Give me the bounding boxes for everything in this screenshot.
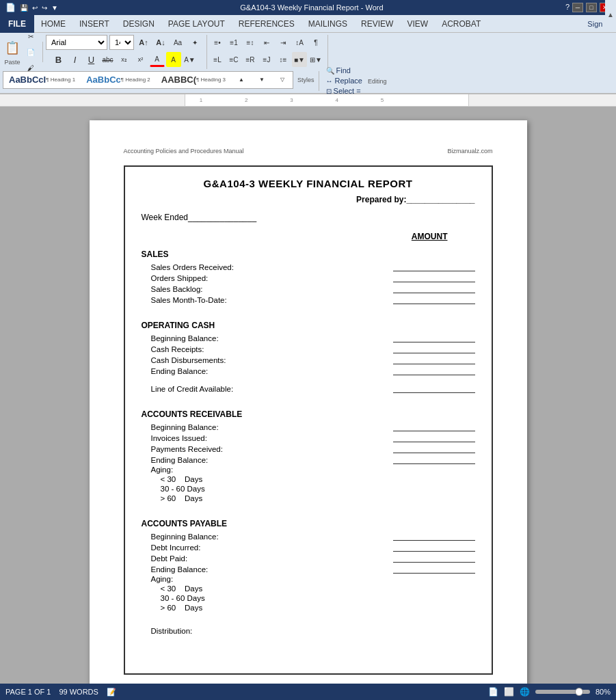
borders-button[interactable]: ⊞▼ [308,52,323,67]
copy-button[interactable]: 📄 [23,44,38,59]
line-debt-paid: Debt Paid: [142,553,475,563]
replace-button[interactable]: ↔ Replace [325,76,364,85]
font-name-select[interactable]: Arial [46,35,107,50]
line-ending-balance-ap: Ending Balance: [142,564,475,574]
window-controls: ? ─ □ ✕ [565,3,611,12]
styles-expand[interactable]: ▽ [275,72,290,88]
prepared-by: Prepared by:_______________ [142,195,475,204]
paste-label: Paste [4,59,20,66]
zoom-thumb [575,688,583,696]
quick-save-icon[interactable]: 💾 [20,4,28,12]
align-right-button[interactable]: ≡R [243,52,258,67]
line-beginning-balance-ap: Beginning Balance: [142,531,475,541]
sort-button[interactable]: ↕A [292,35,307,50]
line-spacing-button[interactable]: ↕≡ [276,52,291,67]
line-debt-incurred: Debt Incurred: [142,542,475,552]
change-case-button[interactable]: Aa [170,35,185,50]
restore-button[interactable]: □ [586,3,597,12]
font-group: Arial 14 A↑ A↓ Aa ✦ B I U abc x₂ x² A A … [46,35,207,69]
italic-button[interactable]: I [68,52,83,67]
menu-home[interactable]: HOME [34,15,72,33]
zoom-level: 80% [595,688,611,696]
aging-ap-label: Aging: [142,575,475,583]
view-fullscreen-icon[interactable]: ⬜ [504,687,514,697]
style-heading3[interactable]: AABBC( ¶ Heading 3 [159,72,228,88]
zoom-slider[interactable] [535,690,590,694]
shading-button[interactable]: ■▼ [292,52,307,67]
menu-page-layout[interactable]: PAGE LAYOUT [161,15,232,33]
language-icon[interactable]: 📝 [107,688,116,697]
paragraph-group: ≡• ≡1 ≡↕ ⇤ ⇥ ↕A ¶ ≡L ≡C ≡R ≡J ↕≡ ■▼ ⊞▼ [210,35,328,69]
find-button[interactable]: 🔍 Find [325,66,364,75]
style-heading1[interactable]: AaBbCcI ¶ Heading 1 [6,72,78,88]
menu-acrobat[interactable]: ACROBAT [435,15,487,33]
line-ending-balance-ar: Ending Balance: [142,455,475,464]
redo-icon[interactable]: ↪ [42,4,47,12]
view-print-icon[interactable]: 📄 [488,687,498,697]
line-ap-aging-over60: > 60 Days [142,604,475,612]
justify-button[interactable]: ≡J [259,52,274,67]
clear-format-button[interactable]: ✦ [187,35,202,50]
decrease-indent-button[interactable]: ⇤ [259,35,274,50]
customize-icon[interactable]: ▼ [51,4,58,12]
show-para-button[interactable]: ¶ [308,35,323,50]
collapse-ribbon-button[interactable]: ▲ [605,0,616,29]
menu-review[interactable]: REVIEW [354,15,400,33]
superscript-button[interactable]: x² [133,52,148,67]
page-area[interactable]: Accounting Policies and Procedures Manua… [0,107,616,700]
line-cash-receipts: Cash Receipts: [142,344,475,353]
align-left-button[interactable]: ≡L [210,52,225,67]
styles-label: Styles [295,77,314,83]
document-page: Accounting Policies and Procedures Manua… [90,120,527,700]
status-right: 📄 ⬜ 🌐 80% [488,687,611,697]
menu-insert[interactable]: INSERT [72,15,116,33]
search-icon: 🔍 [326,67,334,75]
amount-header: AMOUNT [142,232,475,241]
title-bar-left: 📄 💾 ↩ ↪ ▼ [5,3,58,12]
styles-preview: AaBbCcI ¶ Heading 1 AaBbCc ¶ Heading 2 A… [3,71,293,89]
increase-indent-button[interactable]: ⇥ [276,35,291,50]
text-color-button[interactable]: A [150,52,165,67]
font-color-button[interactable]: A▼ [183,52,198,67]
report-container: G&A104-3 WEEKLY FINANCIAL REPORT Prepare… [124,165,493,675]
subscript-button[interactable]: x₂ [117,52,132,67]
shrink-font-button[interactable]: A↓ [153,35,168,50]
line-ar-aging-over60: > 60 Days [142,494,475,502]
undo-icon[interactable]: ↩ [32,4,38,12]
line-orders-shipped: Orders Shipped: [142,273,475,282]
numbering-button[interactable]: ≡1 [226,35,241,50]
bold-button[interactable]: B [51,52,66,67]
styles-scroll-down[interactable]: ▼ [254,72,269,88]
font-size-select[interactable]: 14 [109,35,134,50]
title-bar: 📄 💾 ↩ ↪ ▼ G&A104-3 Weekly Financial Repo… [0,0,616,15]
menu-view[interactable]: VIEW [400,15,435,33]
align-center-button[interactable]: ≡C [226,52,241,67]
underline-button[interactable]: U [84,52,99,67]
minimize-button[interactable]: ─ [572,3,583,12]
strikethrough-button[interactable]: abc [101,52,116,67]
line-ar-aging-30: < 30 Days [142,475,475,483]
bullets-button[interactable]: ≡• [210,35,225,50]
grow-font-button[interactable]: A↑ [136,35,151,50]
ruler-inner: 1 2 3 4 5 [185,94,469,106]
menu-mailings[interactable]: MAILINGS [302,15,354,33]
cut-button[interactable]: ✂ [23,29,38,44]
paste-button[interactable]: 📋 [3,38,22,57]
multilevel-button[interactable]: ≡↕ [243,35,258,50]
menu-bar: FILE HOME INSERT DESIGN PAGE LAYOUT REFE… [0,15,616,33]
highlight-button[interactable]: A [166,52,181,67]
page-info: PAGE 1 OF 1 [5,688,51,696]
ruler: 1 2 3 4 5 [0,94,616,107]
view-web-icon[interactable]: 🌐 [520,687,530,697]
find-replace-group: 🔍 Find ↔ Replace ⊡ Select = [322,66,364,96]
style-heading2[interactable]: AaBbCc ¶ Heading 2 [83,72,153,88]
menu-references[interactable]: REFERENCES [232,15,302,33]
menu-design[interactable]: DESIGN [116,15,161,33]
line-payments-received: Payments Received: [142,444,475,453]
report-title: G&A104-3 WEEKLY FINANCIAL REPORT [142,178,475,189]
section-ap-title: ACCOUNTS PAYABLE [142,519,475,528]
styles-scroll-up[interactable]: ▲ [234,72,249,88]
help-button[interactable]: ? [565,3,570,12]
app-icon: 📄 [5,3,16,12]
editing-label: Editing [365,78,387,85]
